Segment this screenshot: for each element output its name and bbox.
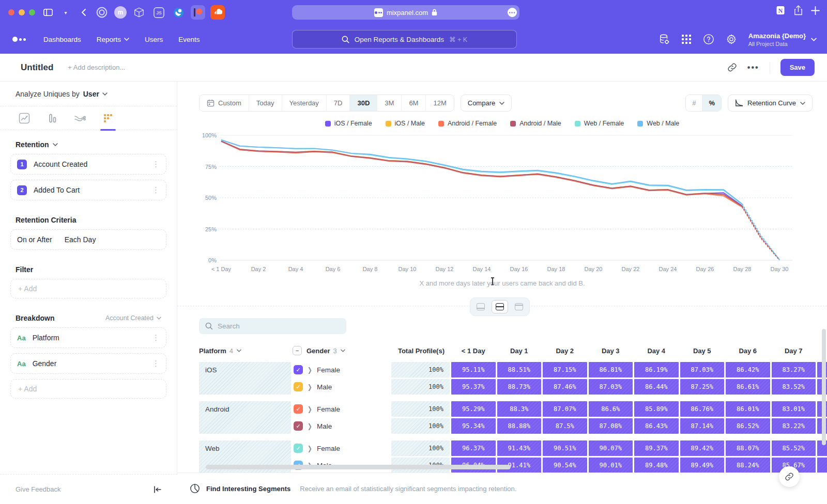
range-custom-button[interactable]: Custom — [200, 95, 249, 111]
data-management-icon[interactable] — [658, 34, 670, 45]
nav-users[interactable]: Users — [145, 36, 163, 43]
table-search-input[interactable] — [218, 322, 331, 330]
nav-dashboards[interactable]: Dashboards — [43, 36, 81, 43]
day-column-header[interactable]: Day 2 — [543, 347, 587, 355]
expand-row-icon[interactable]: ❯ — [308, 383, 312, 391]
layout-chart-focus-button[interactable] — [472, 300, 489, 313]
series-checkbox[interactable]: ✓ — [294, 421, 303, 431]
absolute-numbers-button[interactable]: # — [686, 95, 702, 111]
day-column-header[interactable]: Day 7 — [772, 347, 816, 355]
tab-insights[interactable] — [17, 106, 32, 130]
tab-flows[interactable] — [72, 106, 88, 130]
add-filter-button[interactable]: + Add — [10, 279, 166, 298]
share-icon[interactable] — [794, 5, 803, 15]
table-search[interactable] — [199, 318, 346, 334]
close-window-button[interactable] — [8, 9, 14, 15]
settings-gear-icon[interactable] — [726, 34, 737, 45]
range-6m-button[interactable]: 6M — [402, 95, 426, 111]
copy-link-icon[interactable] — [727, 62, 737, 72]
legend-item[interactable]: iOS / Male — [386, 120, 425, 127]
segments-title[interactable]: Find Interesting Segments — [206, 485, 290, 493]
tab-retention[interactable] — [100, 106, 116, 130]
legend-item[interactable]: iOS / Female — [325, 120, 372, 127]
day-column-header[interactable]: < 1 Day — [451, 347, 496, 355]
more-menu-icon[interactable]: ••• — [747, 63, 759, 72]
minimize-window-button[interactable] — [19, 9, 25, 15]
retention-chart-svg[interactable]: 0%25%50%75%100%< 1 DayDay 2Day 4Day 6Day… — [198, 130, 808, 276]
day-column-header[interactable]: Day 5 — [680, 347, 725, 355]
criteria-interval[interactable]: Each Day — [65, 235, 96, 244]
gender-column-header[interactable]: − Gender3 — [293, 346, 390, 355]
day-column-header[interactable]: Day 1 — [497, 347, 542, 355]
back-icon[interactable] — [77, 5, 89, 20]
report-title[interactable]: Untitled — [21, 62, 53, 73]
chevron-down-icon[interactable]: ▾ — [59, 5, 72, 20]
kebab-menu-icon[interactable]: ⋮ — [152, 185, 160, 195]
horizontal-scrollbar[interactable] — [206, 465, 511, 469]
legend-item[interactable]: Web / Male — [637, 120, 679, 127]
share-link-fab[interactable] — [779, 466, 800, 487]
legend-item[interactable]: Web / Female — [575, 120, 624, 127]
expand-row-icon[interactable]: ❯ — [308, 422, 312, 430]
apps-grid-icon[interactable] — [681, 34, 692, 44]
legend-item[interactable]: Android / Female — [438, 120, 497, 127]
notion-icon[interactable]: N — [775, 5, 786, 15]
nav-events[interactable]: Events — [178, 36, 200, 43]
series-checkbox[interactable]: ✓ — [294, 444, 303, 453]
expand-row-icon[interactable]: ❯ — [308, 445, 312, 452]
breakdown-card-gender[interactable]: Aa Gender ⋮ — [10, 353, 166, 374]
total-profiles-header[interactable]: Total Profile(s) — [391, 347, 450, 355]
tab-funnels[interactable] — [44, 106, 60, 130]
kebab-menu-icon[interactable]: ⋮ — [152, 333, 160, 342]
range-7d-button[interactable]: 7D — [327, 95, 350, 111]
day-column-header[interactable]: Day 3 — [589, 347, 633, 355]
percent-button[interactable]: % — [702, 95, 721, 111]
layout-table-focus-button[interactable] — [511, 300, 527, 313]
series-checkbox[interactable]: ✓ — [294, 382, 303, 391]
vertical-scrollbar[interactable] — [822, 329, 826, 445]
onepassword-tab-icon[interactable] — [95, 5, 109, 20]
breakdown-scope-dropdown[interactable]: Account Created — [105, 314, 161, 322]
legend-item[interactable]: Android / Male — [510, 120, 561, 127]
zoom-window-button[interactable] — [29, 9, 35, 15]
collapse-sidebar-icon[interactable] — [154, 486, 162, 493]
kebab-menu-icon[interactable]: ⋮ — [152, 359, 160, 368]
range-30d-button[interactable]: 30D — [350, 95, 377, 111]
retention-section-header[interactable]: Retention — [10, 140, 166, 149]
save-button[interactable]: Save — [780, 59, 815, 76]
platform-column-header[interactable]: Platform4 — [199, 347, 291, 355]
sidebar-toggle-icon[interactable] — [42, 5, 54, 20]
day-column-header[interactable]: Day 4 — [634, 347, 679, 355]
criteria-mode[interactable]: On or After — [17, 235, 52, 244]
layout-split-button[interactable] — [492, 300, 508, 313]
patreon-tab-icon[interactable] — [191, 5, 205, 20]
select-all-checkbox[interactable]: − — [293, 346, 302, 355]
js-tab-icon[interactable]: JS — [151, 5, 166, 20]
add-breakdown-button[interactable]: + Add — [10, 379, 166, 399]
address-bar[interactable]: mixpanel.com ••• — [292, 5, 519, 20]
mixpanel-logo[interactable] — [12, 37, 26, 42]
series-checkbox[interactable]: ✓ — [294, 365, 303, 374]
view-type-dropdown[interactable]: Retention Curve — [728, 94, 813, 112]
criteria-card[interactable]: On or After Each Day — [10, 229, 166, 250]
step-card-added-to-cart[interactable]: 2 Added To Cart ⋮ — [10, 180, 166, 200]
analyze-value-dropdown[interactable]: User — [83, 90, 108, 98]
project-switcher[interactable]: Amazonia {Demo} All Project Data — [748, 32, 817, 47]
breakdown-card-platform[interactable]: Aa Platform ⋮ — [10, 327, 166, 348]
help-icon[interactable] — [703, 34, 714, 45]
extensions-icon[interactable]: ••• — [508, 8, 517, 17]
global-search[interactable]: Open Reports & Dashboards ⌘ + K — [292, 30, 517, 49]
add-description[interactable]: + Add description... — [68, 64, 125, 71]
range-3m-button[interactable]: 3M — [377, 95, 402, 111]
cube-tab-icon[interactable] — [132, 5, 146, 20]
range-yesterday-button[interactable]: Yesterday — [282, 95, 327, 111]
kebab-menu-icon[interactable]: ⋮ — [152, 160, 160, 169]
compare-button[interactable]: Compare — [461, 94, 512, 112]
step-card-account-created[interactable]: 1 Account Created ⋮ — [10, 154, 166, 175]
expand-row-icon[interactable]: ❯ — [308, 405, 312, 413]
new-tab-icon[interactable] — [811, 6, 820, 15]
nav-reports[interactable]: Reports — [97, 36, 129, 43]
day-column-header[interactable]: Day 6 — [726, 347, 770, 355]
range-today-button[interactable]: Today — [249, 95, 282, 111]
soundcloud-tab-icon[interactable] — [210, 5, 225, 20]
